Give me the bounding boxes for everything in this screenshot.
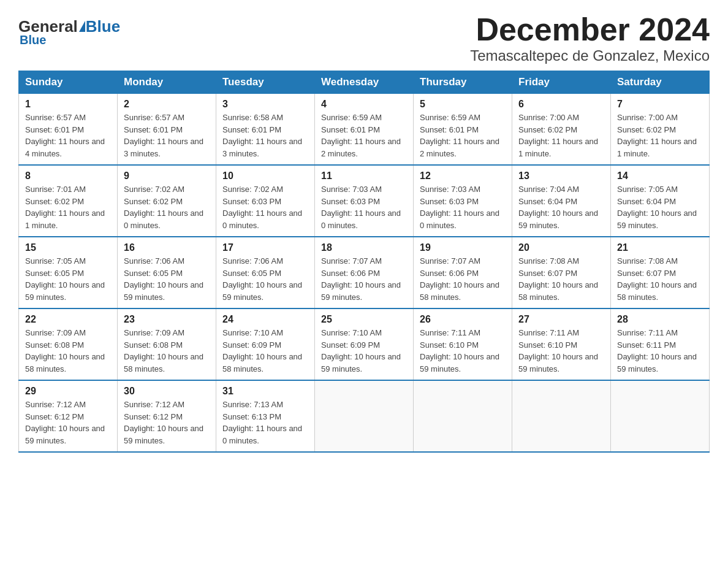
- calendar-cell: [611, 380, 710, 452]
- day-number: 11: [321, 170, 407, 182]
- day-info: Sunrise: 7:11 AMSunset: 6:11 PMDaylight:…: [617, 327, 703, 375]
- day-number: 8: [25, 170, 111, 182]
- day-number: 21: [617, 242, 703, 253]
- day-number: 14: [617, 170, 703, 182]
- calendar-cell: 24Sunrise: 7:10 AMSunset: 6:09 PMDayligh…: [216, 308, 315, 380]
- logo: General Blue Blue: [18, 18, 120, 47]
- calendar-cell: 2Sunrise: 6:57 AMSunset: 6:01 PMDaylight…: [118, 94, 216, 166]
- day-info: Sunrise: 7:05 AMSunset: 6:05 PMDaylight:…: [25, 255, 111, 303]
- day-number: 22: [25, 314, 111, 325]
- calendar-week-row: 22Sunrise: 7:09 AMSunset: 6:08 PMDayligh…: [19, 308, 710, 380]
- day-number: 17: [222, 242, 308, 253]
- calendar-cell: 15Sunrise: 7:05 AMSunset: 6:05 PMDayligh…: [19, 237, 118, 308]
- calendar-week-row: 1Sunrise: 6:57 AMSunset: 6:01 PMDaylight…: [19, 94, 710, 166]
- calendar-table: SundayMondayTuesdayWednesdayThursdayFrid…: [18, 71, 710, 453]
- day-info: Sunrise: 6:59 AMSunset: 6:01 PMDaylight:…: [420, 112, 506, 159]
- calendar-cell: 3Sunrise: 6:58 AMSunset: 6:01 PMDaylight…: [216, 94, 315, 166]
- calendar-cell: [512, 380, 611, 452]
- day-info: Sunrise: 7:07 AMSunset: 6:06 PMDaylight:…: [321, 255, 407, 303]
- calendar-cell: 12Sunrise: 7:03 AMSunset: 6:03 PMDayligh…: [414, 165, 512, 237]
- day-number: 19: [420, 242, 506, 253]
- calendar-cell: 20Sunrise: 7:08 AMSunset: 6:07 PMDayligh…: [512, 237, 611, 308]
- calendar-cell: 17Sunrise: 7:06 AMSunset: 6:05 PMDayligh…: [216, 237, 315, 308]
- day-info: Sunrise: 7:10 AMSunset: 6:09 PMDaylight:…: [321, 327, 407, 375]
- day-info: Sunrise: 6:58 AMSunset: 6:01 PMDaylight:…: [222, 112, 308, 159]
- day-number: 3: [222, 99, 308, 110]
- calendar-cell: 13Sunrise: 7:04 AMSunset: 6:04 PMDayligh…: [512, 165, 611, 237]
- day-number: 30: [124, 386, 210, 397]
- day-number: 28: [617, 314, 703, 325]
- page-subtitle: Temascaltepec de Gonzalez, Mexico: [470, 47, 710, 64]
- day-number: 4: [321, 99, 407, 110]
- day-info: Sunrise: 7:10 AMSunset: 6:09 PMDaylight:…: [222, 327, 308, 375]
- calendar-cell: 1Sunrise: 6:57 AMSunset: 6:01 PMDaylight…: [19, 94, 118, 166]
- day-info: Sunrise: 6:57 AMSunset: 6:01 PMDaylight:…: [124, 112, 210, 159]
- col-header-wednesday: Wednesday: [315, 71, 414, 94]
- day-info: Sunrise: 7:09 AMSunset: 6:08 PMDaylight:…: [124, 327, 210, 375]
- day-info: Sunrise: 7:13 AMSunset: 6:13 PMDaylight:…: [222, 399, 308, 446]
- logo-triangle-icon: [79, 21, 85, 32]
- day-number: 16: [124, 242, 210, 253]
- page-title: December 2024: [470, 12, 710, 47]
- day-info: Sunrise: 7:00 AMSunset: 6:02 PMDaylight:…: [617, 112, 703, 159]
- day-number: 2: [124, 99, 210, 110]
- day-number: 25: [321, 314, 407, 325]
- day-info: Sunrise: 7:00 AMSunset: 6:02 PMDaylight:…: [518, 112, 604, 159]
- calendar-week-row: 15Sunrise: 7:05 AMSunset: 6:05 PMDayligh…: [19, 237, 710, 308]
- calendar-cell: 31Sunrise: 7:13 AMSunset: 6:13 PMDayligh…: [216, 380, 315, 452]
- day-number: 23: [124, 314, 210, 325]
- day-number: 9: [124, 170, 210, 182]
- calendar-cell: 25Sunrise: 7:10 AMSunset: 6:09 PMDayligh…: [315, 308, 414, 380]
- calendar-cell: 8Sunrise: 7:01 AMSunset: 6:02 PMDaylight…: [19, 165, 118, 237]
- calendar-cell: 16Sunrise: 7:06 AMSunset: 6:05 PMDayligh…: [118, 237, 216, 308]
- calendar-cell: 14Sunrise: 7:05 AMSunset: 6:04 PMDayligh…: [611, 165, 710, 237]
- calendar-cell: [414, 380, 512, 452]
- day-number: 31: [222, 386, 308, 397]
- day-number: 26: [420, 314, 506, 325]
- day-info: Sunrise: 7:04 AMSunset: 6:04 PMDaylight:…: [518, 183, 604, 231]
- day-number: 7: [617, 99, 703, 110]
- day-info: Sunrise: 7:06 AMSunset: 6:05 PMDaylight:…: [222, 255, 308, 303]
- calendar-week-row: 29Sunrise: 7:12 AMSunset: 6:12 PMDayligh…: [19, 380, 710, 452]
- day-info: Sunrise: 7:03 AMSunset: 6:03 PMDaylight:…: [420, 183, 506, 231]
- page-header: General Blue Blue December 2024 Temascal…: [18, 12, 710, 64]
- day-number: 27: [518, 314, 604, 325]
- calendar-cell: 4Sunrise: 6:59 AMSunset: 6:01 PMDaylight…: [315, 94, 414, 166]
- calendar-cell: 23Sunrise: 7:09 AMSunset: 6:08 PMDayligh…: [118, 308, 216, 380]
- day-number: 29: [25, 386, 111, 397]
- col-header-saturday: Saturday: [611, 71, 710, 94]
- day-number: 20: [518, 242, 604, 253]
- calendar-cell: 30Sunrise: 7:12 AMSunset: 6:12 PMDayligh…: [118, 380, 216, 452]
- day-info: Sunrise: 7:01 AMSunset: 6:02 PMDaylight:…: [25, 183, 111, 231]
- col-header-friday: Friday: [512, 71, 611, 94]
- calendar-cell: 28Sunrise: 7:11 AMSunset: 6:11 PMDayligh…: [611, 308, 710, 380]
- calendar-cell: [315, 380, 414, 452]
- day-number: 1: [25, 99, 111, 110]
- day-number: 24: [222, 314, 308, 325]
- calendar-week-row: 8Sunrise: 7:01 AMSunset: 6:02 PMDaylight…: [19, 165, 710, 237]
- calendar-cell: 6Sunrise: 7:00 AMSunset: 6:02 PMDaylight…: [512, 94, 611, 166]
- col-header-monday: Monday: [118, 71, 216, 94]
- day-info: Sunrise: 7:12 AMSunset: 6:12 PMDaylight:…: [124, 399, 210, 446]
- day-number: 10: [222, 170, 308, 182]
- calendar-cell: 10Sunrise: 7:02 AMSunset: 6:03 PMDayligh…: [216, 165, 315, 237]
- col-header-tuesday: Tuesday: [216, 71, 315, 94]
- day-info: Sunrise: 6:59 AMSunset: 6:01 PMDaylight:…: [321, 112, 407, 159]
- day-info: Sunrise: 7:06 AMSunset: 6:05 PMDaylight:…: [124, 255, 210, 303]
- day-info: Sunrise: 6:57 AMSunset: 6:01 PMDaylight:…: [25, 112, 111, 159]
- calendar-cell: 29Sunrise: 7:12 AMSunset: 6:12 PMDayligh…: [19, 380, 118, 452]
- calendar-cell: 27Sunrise: 7:11 AMSunset: 6:10 PMDayligh…: [512, 308, 611, 380]
- col-header-thursday: Thursday: [414, 71, 512, 94]
- day-number: 5: [420, 99, 506, 110]
- day-info: Sunrise: 7:11 AMSunset: 6:10 PMDaylight:…: [518, 327, 604, 375]
- calendar-cell: 7Sunrise: 7:00 AMSunset: 6:02 PMDaylight…: [611, 94, 710, 166]
- calendar-cell: 19Sunrise: 7:07 AMSunset: 6:06 PMDayligh…: [414, 237, 512, 308]
- title-block: December 2024 Temascaltepec de Gonzalez,…: [470, 12, 710, 64]
- col-header-sunday: Sunday: [19, 71, 118, 94]
- day-info: Sunrise: 7:02 AMSunset: 6:02 PMDaylight:…: [124, 183, 210, 231]
- day-info: Sunrise: 7:02 AMSunset: 6:03 PMDaylight:…: [222, 183, 308, 231]
- logo-blue-text: Blue: [86, 18, 120, 34]
- day-info: Sunrise: 7:08 AMSunset: 6:07 PMDaylight:…: [518, 255, 604, 303]
- calendar-cell: 22Sunrise: 7:09 AMSunset: 6:08 PMDayligh…: [19, 308, 118, 380]
- day-number: 13: [518, 170, 604, 182]
